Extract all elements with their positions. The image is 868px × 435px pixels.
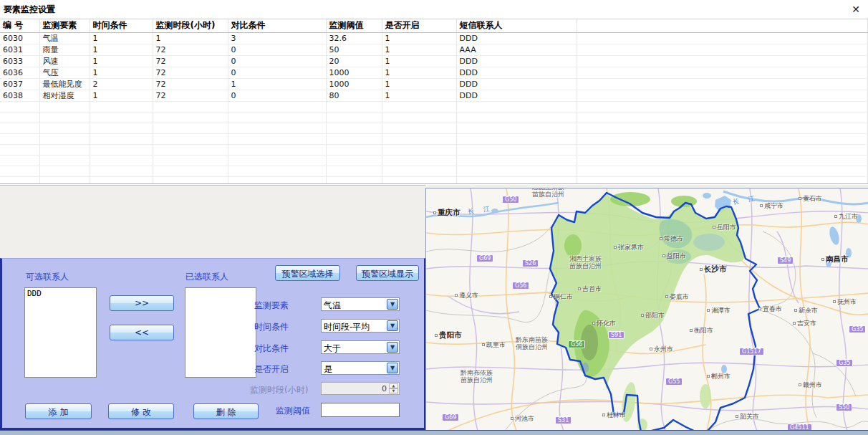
period-label: 监测时段(小时)	[250, 384, 308, 396]
period-spinner[interactable]: 0 ▲▼	[321, 382, 400, 395]
table-row[interactable]	[0, 133, 868, 144]
move-right-button[interactable]: >>	[110, 295, 174, 311]
table-cell	[577, 78, 868, 90]
table-row[interactable]: 6031雨量1720501AAA	[0, 44, 868, 55]
table-cell	[456, 176, 577, 184]
column-header[interactable]: 监测要素	[39, 19, 90, 32]
settings-panel: 预警区域选择 预警区域显示 可选联系人 DDD 已选联系人 >> << 添 加 …	[0, 258, 425, 430]
table-row[interactable]: 6038相对湿度1720801DDD	[0, 90, 868, 101]
city-marker-icon	[660, 237, 662, 240]
map-labels-layer: 重庆市遵义市贵阳市凯里市河池市桂林市铜仁市怀化市吉首市张家界市常德市益阳市长沙市…	[426, 188, 868, 430]
table-cell	[577, 155, 868, 166]
close-icon[interactable]: ✕	[849, 2, 863, 16]
column-header[interactable]: 是否开启	[382, 19, 456, 32]
column-header[interactable]: 对比条件	[228, 19, 326, 32]
modify-button[interactable]: 修 改	[108, 403, 174, 419]
table-cell	[382, 123, 456, 133]
spinner-arrows-icon[interactable]: ▲▼	[389, 383, 398, 393]
table-cell	[326, 166, 382, 176]
table-cell: 1	[90, 67, 153, 78]
table-row[interactable]	[0, 166, 868, 176]
chevron-down-icon[interactable]: ▼	[387, 299, 398, 310]
table-cell: 雨量	[39, 44, 90, 55]
selected-contacts-list[interactable]	[185, 287, 256, 378]
table-cell: DDD	[456, 55, 577, 67]
table-row[interactable]	[0, 144, 868, 155]
table-cell	[39, 112, 90, 123]
time-condition-combo[interactable]: 时间段-平均 ▼	[321, 319, 400, 333]
table-cell: 2	[90, 78, 153, 90]
map-view[interactable]: 重庆市遵义市贵阳市凯里市河池市桂林市铜仁市怀化市吉首市张家界市常德市益阳市长沙市…	[425, 188, 868, 430]
road-badge: G69	[476, 254, 493, 262]
table-cell: 6037	[0, 78, 39, 90]
table-cell	[577, 166, 868, 176]
table-cell	[153, 133, 228, 144]
map-city-label: 益阳市	[662, 252, 686, 261]
table-header-row: 编 号监测要素时间条件监测时段(小时)对比条件监测阈值是否开启短信联系人	[0, 19, 868, 32]
available-contacts-label: 可选联系人	[26, 271, 69, 283]
city-marker-icon	[794, 309, 797, 312]
column-header[interactable]: 监测时段(小时)	[153, 19, 228, 32]
list-item[interactable]: DDD	[25, 288, 96, 299]
map-city-label: 衡阳市	[690, 326, 713, 335]
city-marker-icon	[700, 268, 703, 271]
column-header[interactable]: 编 号	[0, 19, 39, 32]
warning-area-show-button[interactable]: 预警区域显示	[356, 265, 419, 281]
city-marker-icon	[482, 343, 485, 346]
enabled-combo[interactable]: 是 ▼	[321, 361, 400, 375]
element-combo[interactable]: 气温 ▼	[321, 297, 400, 311]
city-marker-icon	[760, 204, 763, 207]
table-cell	[577, 112, 868, 123]
city-marker-icon	[821, 258, 824, 261]
column-header[interactable]: 短信联系人	[456, 19, 577, 32]
table-row[interactable]: 6036气压172010001DDD	[0, 67, 868, 78]
table-row[interactable]	[0, 101, 868, 112]
map-city-label: 赣州市	[799, 381, 822, 390]
table-cell	[577, 67, 868, 78]
time-condition-label: 时间条件	[254, 321, 289, 333]
table-row[interactable]: 6033风速1720201DDD	[0, 55, 868, 67]
available-contacts-list[interactable]: DDD	[24, 287, 97, 378]
table-cell: DDD	[456, 32, 577, 44]
table-cell	[153, 123, 228, 133]
threshold-input[interactable]	[321, 403, 400, 417]
table-cell	[382, 176, 456, 184]
table-cell	[228, 123, 326, 133]
table-cell	[456, 166, 577, 176]
table-row[interactable]	[0, 123, 868, 133]
table-cell: 6038	[0, 90, 39, 101]
table-cell	[228, 144, 326, 155]
table-row[interactable]	[0, 176, 868, 184]
map-city-label: 岳阳市	[713, 223, 736, 232]
chevron-down-icon[interactable]: ▼	[387, 342, 398, 353]
table-row[interactable]	[0, 155, 868, 166]
chevron-down-icon[interactable]: ▼	[387, 320, 398, 331]
table-row[interactable]	[0, 112, 868, 123]
table-cell: 气压	[39, 67, 90, 78]
column-header[interactable]	[577, 19, 868, 32]
gray-zone	[0, 185, 425, 258]
move-left-button[interactable]: <<	[110, 325, 174, 340]
table-cell: 1	[153, 32, 228, 44]
table-cell	[153, 101, 228, 112]
monitor-table[interactable]: 编 号监测要素时间条件监测时段(小时)对比条件监测阈值是否开启短信联系人 603…	[0, 19, 868, 184]
table-cell: DDD	[456, 78, 577, 90]
table-row[interactable]: 6037最低能见度272110001DDD	[0, 78, 868, 90]
table-cell	[0, 112, 39, 123]
chevron-down-icon[interactable]: ▼	[387, 363, 398, 373]
table-cell: 20	[326, 55, 382, 67]
add-button[interactable]: 添 加	[25, 403, 92, 419]
table-cell	[577, 32, 868, 44]
compare-condition-combo[interactable]: 大于 ▼	[321, 340, 400, 354]
warning-area-select-button[interactable]: 预警区域选择	[275, 265, 340, 281]
city-marker-icon	[433, 211, 436, 214]
map-city-label: 张家界市	[614, 243, 644, 252]
column-header[interactable]: 监测阈值	[326, 19, 382, 32]
column-header[interactable]: 时间条件	[90, 19, 153, 32]
table-cell	[456, 123, 577, 133]
table-row[interactable]: 6030气温11332.61DDD	[0, 32, 868, 44]
city-marker-icon	[799, 197, 801, 200]
delete-button[interactable]: 删 除	[193, 403, 259, 419]
map-city-label: 邵阳市	[641, 311, 665, 320]
table-cell	[326, 176, 382, 184]
